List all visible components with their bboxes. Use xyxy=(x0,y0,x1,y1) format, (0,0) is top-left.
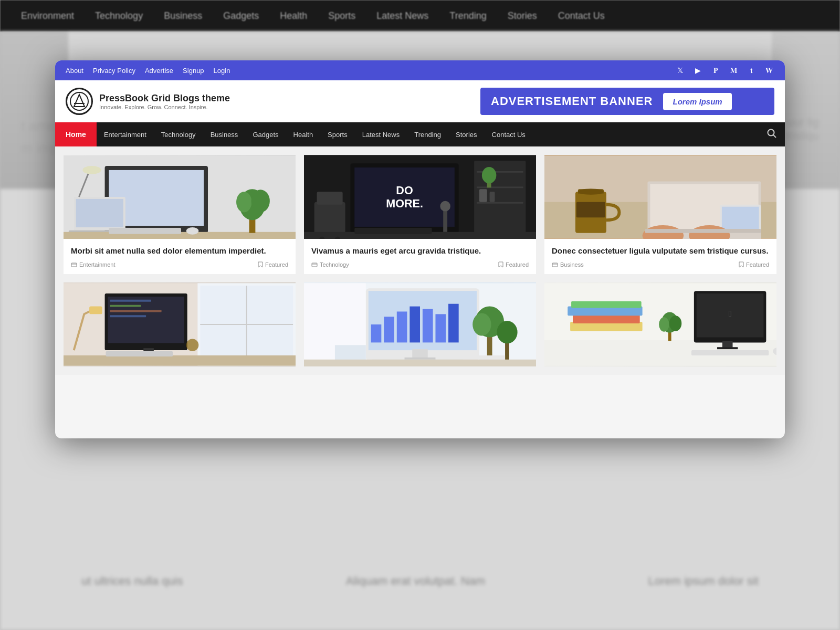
svg-rect-58 xyxy=(722,207,759,231)
svg-rect-61 xyxy=(645,229,761,233)
svg-rect-80 xyxy=(106,351,173,356)
svg-rect-116 xyxy=(717,347,738,349)
svg-rect-70 xyxy=(108,297,184,343)
svg-line-4 xyxy=(773,135,776,138)
nav-latest-news[interactable]: Latest News xyxy=(355,122,407,146)
svg-point-21 xyxy=(82,166,101,174)
ad-banner-button[interactable]: Lorem Ipsum xyxy=(663,93,731,110)
about-link[interactable]: About xyxy=(66,67,83,75)
svg-rect-87 xyxy=(397,311,407,342)
article-card-6:  xyxy=(544,282,776,366)
svg-rect-102 xyxy=(304,360,536,366)
svg-text:DO: DO xyxy=(396,184,413,197)
ad-banner-text: ADVERTISEMENT BANNER xyxy=(491,94,653,108)
site-name: PressBook Grid Blogs theme xyxy=(99,93,230,104)
logo-icon xyxy=(66,88,93,115)
svg-rect-47 xyxy=(312,263,317,267)
nav-stories[interactable]: Stories xyxy=(448,122,484,146)
article-badge-3: Featured xyxy=(739,261,769,268)
nav-technology[interactable]: Technology xyxy=(154,122,203,146)
search-button[interactable] xyxy=(767,129,785,140)
pinterest-icon[interactable]: 𝐏 xyxy=(710,65,721,76)
main-nav: Home Entertainment Technology Business G… xyxy=(55,122,785,146)
article-thumb-2: DO MORE. xyxy=(304,155,536,239)
svg-rect-33 xyxy=(477,186,523,188)
svg-point-111 xyxy=(659,317,669,332)
svg-point-55 xyxy=(578,188,604,195)
signup-link[interactable]: Signup xyxy=(183,67,204,75)
svg-rect-71 xyxy=(110,300,151,302)
nav-contact-us[interactable]: Contact Us xyxy=(485,122,533,146)
svg-rect-91 xyxy=(448,304,459,343)
bg-top-nav: Environment Technology Business Gadgets … xyxy=(0,0,840,32)
nav-trending[interactable]: Trending xyxy=(407,122,448,146)
nav-gadgets[interactable]: Gadgets xyxy=(245,122,286,146)
utility-bar: About Privacy Policy Advertise Signup Lo… xyxy=(55,60,785,80)
article-card-1: Morbi sit amet nulla sed dolor elementum… xyxy=(64,155,296,274)
nav-business[interactable]: Business xyxy=(203,122,246,146)
svg-point-112 xyxy=(669,316,682,331)
medium-icon[interactable]: 𝐌 xyxy=(728,65,739,76)
site-tagline: Innovate. Explore. Grow. Connect. Inspir… xyxy=(99,104,230,110)
svg-rect-90 xyxy=(435,314,446,342)
svg-rect-22 xyxy=(71,263,77,267)
logo-text: PressBook Grid Blogs theme Innovate. Exp… xyxy=(99,93,230,110)
article-thumb-1 xyxy=(64,155,296,239)
article-category-3[interactable]: Business xyxy=(552,261,584,268)
svg-rect-92 xyxy=(412,349,427,359)
svg-point-36 xyxy=(482,167,497,183)
advertisement-banner: ADVERTISEMENT BANNER Lorem Ipsum xyxy=(480,88,774,115)
login-link[interactable]: Login xyxy=(214,67,230,75)
twitter-icon[interactable]: 𝕏 xyxy=(675,65,685,76)
svg-text:MORE.: MORE. xyxy=(386,197,423,210)
svg-rect-34 xyxy=(477,202,523,204)
utility-links: About Privacy Policy Advertise Signup Lo… xyxy=(66,67,230,75)
nav-home[interactable]: Home xyxy=(55,122,97,146)
article-card-3: Donec consectetuer ligula vulputate sem … xyxy=(544,155,776,274)
article-meta-2: Technology Featured xyxy=(311,261,529,268)
svg-point-98 xyxy=(497,321,517,343)
privacy-link[interactable]: Privacy Policy xyxy=(93,67,135,75)
article-card-5 xyxy=(304,282,536,366)
svg-rect-42 xyxy=(354,228,432,234)
article-body-2: Vivamus a mauris eget arcu gravida trist… xyxy=(304,239,536,274)
svg-rect-89 xyxy=(423,309,433,343)
tumblr-icon[interactable]: 𝐭 xyxy=(746,65,757,76)
svg-rect-108 xyxy=(571,301,642,308)
article-body-3: Donec consectetuer ligula vulputate sem … xyxy=(544,239,776,274)
article-body-1: Morbi sit amet nulla sed dolor elementum… xyxy=(64,239,296,274)
svg-rect-11 xyxy=(76,199,123,227)
svg-rect-79 xyxy=(64,355,296,366)
article-category-1[interactable]: Entertainment xyxy=(71,261,115,268)
svg-rect-88 xyxy=(410,307,420,343)
article-category-2[interactable]: Technology xyxy=(311,261,349,268)
article-thumb-5 xyxy=(304,282,536,366)
social-icons: 𝕏 ▶ 𝐏 𝐌 𝐭 𝐖 xyxy=(675,65,774,76)
svg-rect-85 xyxy=(371,324,382,342)
svg-rect-77 xyxy=(89,307,102,314)
youtube-icon[interactable]: ▶ xyxy=(692,65,703,76)
svg-rect-38 xyxy=(490,192,495,202)
svg-point-17 xyxy=(251,190,270,212)
article-thumb-3 xyxy=(544,155,776,239)
browser-window: About Privacy Policy Advertise Signup Lo… xyxy=(55,60,785,438)
wordpress-icon[interactable]: 𝐖 xyxy=(764,65,774,76)
nav-health[interactable]: Health xyxy=(286,122,321,146)
svg-point-44 xyxy=(440,201,450,212)
article-badge-2: Featured xyxy=(498,261,529,268)
article-meta-3: Business Featured xyxy=(552,261,769,268)
article-badge-1: Featured xyxy=(258,261,288,268)
article-title-2: Vivamus a mauris eget arcu gravida trist… xyxy=(311,245,529,256)
svg-rect-56 xyxy=(576,202,605,217)
advertise-link[interactable]: Advertise xyxy=(145,67,173,75)
svg-rect-72 xyxy=(110,305,141,307)
article-card-2: DO MORE. xyxy=(304,155,536,274)
site-header: PressBook Grid Blogs theme Innovate. Exp… xyxy=(55,80,785,122)
svg-marker-1 xyxy=(74,94,85,107)
svg-rect-73 xyxy=(110,310,161,312)
article-thumb-4 xyxy=(64,282,296,366)
nav-items: Entertainment Technology Business Gadget… xyxy=(97,122,767,146)
nav-sports[interactable]: Sports xyxy=(320,122,355,146)
nav-entertainment[interactable]: Entertainment xyxy=(97,122,154,146)
article-thumb-6:  xyxy=(544,282,776,366)
